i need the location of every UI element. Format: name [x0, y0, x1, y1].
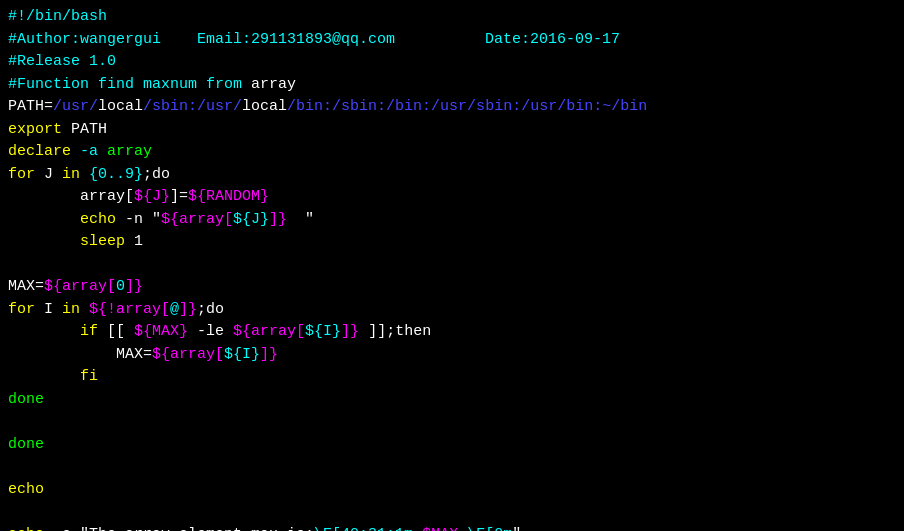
line-declare: declare -a array [8, 141, 896, 164]
line-blank4 [8, 501, 896, 524]
line-sleep: sleep 1 [8, 231, 896, 254]
line-if: if [[ ${MAX} -le ${array[${I}]} ]];then [8, 321, 896, 344]
line-echo3: echo -e "The array element max is:\E[40;… [8, 524, 896, 532]
line-blank2 [8, 411, 896, 434]
line-export: export PATH [8, 119, 896, 142]
terminal: #!/bin/bash #Author:wangergui Email:2911… [0, 0, 904, 531]
line-function-comment: #Function find maxnum from array [8, 74, 896, 97]
line-max-assign: MAX=${array[0]} [8, 276, 896, 299]
line-release: #Release 1.0 [8, 51, 896, 74]
line-echo-n: echo -n "${array[${J}]} " [8, 209, 896, 232]
line-shebang: #!/bin/bash [8, 6, 896, 29]
line-done2: done [8, 434, 896, 457]
line-for2: for I in ${!array[@]};do [8, 299, 896, 322]
line-author: #Author:wangergui Email:291131893@qq.com… [8, 29, 896, 52]
line-blank1 [8, 254, 896, 277]
line-path: PATH=/usr/local/sbin:/usr/local/bin:/sbi… [8, 96, 896, 119]
line-blank3 [8, 456, 896, 479]
line-array-assign: array[${J}]=${RANDOM} [8, 186, 896, 209]
line-for1: for J in {0..9};do [8, 164, 896, 187]
line-done1: done [8, 389, 896, 412]
line-fi: fi [8, 366, 896, 389]
line-echo2: echo [8, 479, 896, 502]
line-max-update: MAX=${array[${I}]} [8, 344, 896, 367]
